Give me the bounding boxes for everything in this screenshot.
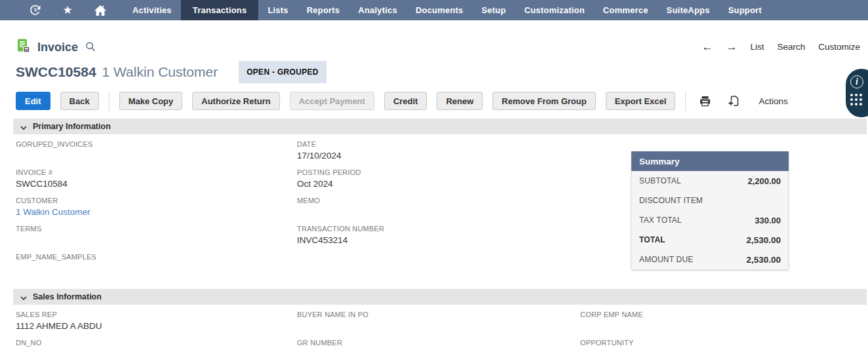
field-label: GR NUMBER <box>297 338 580 347</box>
field-gr-number: GR NUMBER <box>297 338 580 363</box>
field-label: MEMO <box>297 196 625 205</box>
navbar-quick-icons: ★ <box>0 0 117 20</box>
info-icon[interactable]: i <box>850 75 863 88</box>
navbar-menu: Activities Transactions Lists Reports An… <box>123 0 771 20</box>
field-date: DATE 17/10/2024 <box>297 140 625 168</box>
field-dn-no: DN_NO <box>16 338 297 363</box>
nav-item-customization[interactable]: Customization <box>515 0 594 20</box>
forward-arrow-icon[interactable]: → <box>726 41 737 52</box>
edit-button[interactable]: Edit <box>16 92 50 110</box>
make-copy-button[interactable]: Make Copy <box>119 92 183 110</box>
star-icon[interactable]: ★ <box>51 0 84 20</box>
summary-value: 330.00 <box>755 216 781 225</box>
nav-item-activities[interactable]: Activities <box>123 0 181 20</box>
field-label: INVOICE # <box>16 168 297 177</box>
summary-row-discount-item: DISCOUNT ITEM <box>632 191 788 210</box>
field-emp-name-samples: EMP_NAME_SAMPLES <box>16 252 297 280</box>
export-excel-button[interactable]: Export Excel <box>606 92 676 110</box>
sales-information-section-header[interactable]: Sales Information <box>13 289 867 305</box>
chevron-down-icon <box>20 121 27 132</box>
field-goruped-invoices: GORUPED_INVOICES <box>16 140 297 168</box>
section-title: Sales Information <box>33 292 102 301</box>
nav-item-support[interactable]: Support <box>719 0 771 20</box>
field-label: EMP_NAME_SAMPLES <box>16 252 297 261</box>
search-link[interactable]: Search <box>777 42 805 52</box>
section-title: Primary Information <box>33 122 111 131</box>
actions-menu[interactable]: Actions <box>759 96 787 106</box>
field-value <box>16 235 297 246</box>
feedback-widget[interactable]: i <box>846 69 868 117</box>
nav-item-lists[interactable]: Lists <box>258 0 297 20</box>
field-corp-emp-name: CORP EMP NAME <box>580 310 643 338</box>
grid-dots-icon <box>850 94 864 107</box>
list-link[interactable]: List <box>750 42 764 52</box>
nav-item-suiteapps[interactable]: SuiteApps <box>658 0 719 20</box>
field-sales-rep: SALES REP 1112 AHMED A ABDU <box>16 310 297 338</box>
field-label: GORUPED_INVOICES <box>16 140 297 149</box>
field-value: 17/10/2024 <box>297 150 625 162</box>
nav-item-commerce[interactable]: Commerce <box>594 0 658 20</box>
page-title-row: Invoice <box>16 38 96 56</box>
authorize-return-button[interactable]: Authorize Return <box>192 92 279 110</box>
summary-value: 2,530.00 <box>746 255 781 265</box>
record-name: 1 Walkin Customer <box>102 64 218 80</box>
summary-label: AMOUNT DUE <box>639 255 693 264</box>
credit-button[interactable]: Credit <box>384 92 427 110</box>
accept-payment-button: Accept Payment <box>290 92 374 110</box>
field-label: DN_NO <box>16 338 297 347</box>
sales-col-3: CORP EMP NAME OPPORTUNITY <box>580 310 643 363</box>
toolbar: Edit Back Make Copy Authorize Return Acc… <box>16 91 788 111</box>
summary-panel: Summary SUBTOTAL 2,200.00 DISCOUNT ITEM … <box>631 151 789 270</box>
back-arrow-icon[interactable]: ← <box>701 41 713 52</box>
renew-button[interactable]: Renew <box>437 92 483 110</box>
customer-link[interactable]: 1 Walkin Customer <box>16 206 297 218</box>
status-badge: OPEN - GROUPED <box>239 61 326 83</box>
field-memo: MEMO <box>297 196 625 224</box>
nav-item-documents[interactable]: Documents <box>406 0 473 20</box>
field-posting-period: POSTING PERIOD Oct 2024 <box>297 168 625 196</box>
toolbar-divider <box>109 91 109 111</box>
field-value <box>297 206 625 218</box>
field-invoice-number: INVOICE # SWCC10584 <box>16 168 297 196</box>
field-terms: TERMS <box>16 224 297 252</box>
field-value: Oct 2024 <box>297 178 625 190</box>
summary-value: 2,200.00 <box>747 176 781 186</box>
history-icon[interactable] <box>18 0 51 20</box>
nav-item-reports[interactable]: Reports <box>298 0 349 20</box>
new-page-icon[interactable] <box>728 95 740 107</box>
summary-label: SUBTOTAL <box>639 176 681 185</box>
field-label: CUSTOMER <box>16 196 297 205</box>
primary-col-1: GORUPED_INVOICES INVOICE # SWCC10584 CUS… <box>16 140 297 280</box>
field-label: TRANSACTION NUMBER <box>297 224 625 233</box>
page-title: Invoice <box>37 41 78 54</box>
field-value <box>297 320 580 332</box>
field-label: CORP EMP NAME <box>580 310 643 319</box>
remove-from-group-button[interactable]: Remove From Group <box>492 92 595 110</box>
field-opportunity: OPPORTUNITY <box>580 338 643 363</box>
summary-row-tax-total: TAX TOTAL 330.00 <box>632 210 788 230</box>
record-heading: SWCC10584 1 Walkin Customer OPEN - GROUP… <box>16 61 326 83</box>
back-button[interactable]: Back <box>60 92 99 110</box>
field-label: OPPORTUNITY <box>580 338 643 347</box>
field-buyer-name-in-po: BUYER NAME IN PO <box>297 310 580 338</box>
customize-link[interactable]: Customize <box>818 42 860 52</box>
sales-col-1: SALES REP 1112 AHMED A ABDU DN_NO <box>16 310 297 363</box>
nav-item-setup[interactable]: Setup <box>473 0 515 20</box>
nav-item-transactions[interactable]: Transactions <box>181 0 259 20</box>
search-icon[interactable] <box>85 41 96 54</box>
field-label: SALES REP <box>16 310 297 319</box>
field-label: BUYER NAME IN PO <box>297 310 580 319</box>
printer-icon[interactable] <box>699 95 711 107</box>
primary-information-section-header[interactable]: Primary Information <box>13 119 867 134</box>
summary-label: TOTAL <box>639 235 665 244</box>
field-customer: CUSTOMER 1 Walkin Customer <box>16 196 297 224</box>
field-value <box>297 349 580 360</box>
nav-item-analytics[interactable]: Analytics <box>349 0 406 20</box>
summary-label: TAX TOTAL <box>639 216 682 225</box>
summary-value: 2,530.00 <box>746 235 781 245</box>
field-value <box>580 349 643 360</box>
invoice-icon <box>16 38 31 56</box>
summary-row-subtotal: SUBTOTAL 2,200.00 <box>632 171 788 191</box>
sales-col-2: BUYER NAME IN PO GR NUMBER <box>297 310 580 363</box>
home-icon[interactable] <box>84 0 117 20</box>
